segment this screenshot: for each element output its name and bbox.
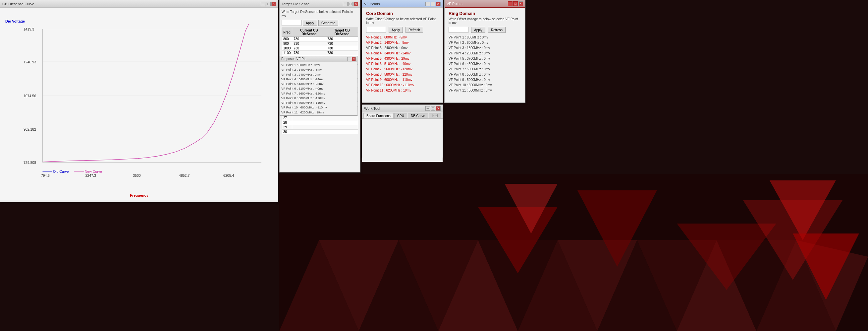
list-item: VF Point 10 : 5000MHz : 0mv: [448, 83, 521, 88]
tab-cpu[interactable]: CPU: [394, 113, 407, 118]
target-minimize-button[interactable]: ─: [343, 2, 347, 6]
main-window: CB Diesense Curve ─ □ ✕ Die Voltage 1419…: [0, 0, 278, 202]
list-item: VF Point 3 : 2400MHz : 0mv: [366, 46, 439, 51]
work-tool-titlebar[interactable]: Work Tool ─ □ ✕: [362, 105, 443, 112]
vf-core-close[interactable]: ✕: [436, 2, 441, 6]
list-item: VF Point 1 : 800MHz : -9mv: [281, 63, 356, 67]
close-button[interactable]: ✕: [271, 2, 276, 6]
list-item: VF Point 5 : 4300MHz : -28mv: [281, 82, 356, 86]
target-diesense-window: Target Die Sense ─ □ ✕ Write Target DieS…: [279, 0, 361, 172]
list-item: VF Point 6 : 5100MHz : -40mv: [281, 86, 356, 91]
list-item: VF Point 4 : 3400MHz : -24mv: [366, 51, 439, 56]
vf-core-buttons: ─ □ ✕: [425, 2, 441, 6]
table-row: 30: [282, 130, 358, 134]
vf-core-window: VF Points ─ □ ✕ Core Domain Write Offset…: [362, 0, 443, 103]
table-row: 1000730730: [282, 46, 358, 51]
list-item: VF Point 6 : 4500MHz : 0mv: [448, 61, 521, 67]
table-row: 1100730730: [282, 51, 358, 55]
vf-ring-titlebar[interactable]: VF Points ─ □ ✕: [444, 0, 525, 8]
target-maximize-button[interactable]: □: [348, 2, 353, 6]
chart-title: Die Voltage: [5, 19, 25, 23]
vf-core-desc: Write Offset Voltage to below selected V…: [364, 17, 441, 25]
table-row: 900730730: [282, 42, 358, 46]
proposed-vf-minimize[interactable]: ─: [347, 57, 351, 61]
list-item: VF Point 8 : 5800MHz : -120mv: [366, 72, 439, 77]
vf-ring-close[interactable]: ✕: [519, 1, 523, 6]
vf-core-refresh-button[interactable]: Refresh: [405, 27, 423, 33]
list-item: VF Point 4 : 2800MHz : 0mv: [448, 51, 521, 56]
target-diesense-body: Write Target DieSense to below selected …: [280, 8, 360, 170]
vf-ring-maximize[interactable]: □: [513, 1, 518, 6]
list-item: VF Point 8 : 5000MHz : 0mv: [448, 72, 521, 77]
proposed-vf-window: Proposed VF Pts ─ ✕ VF Point 1 : 800MHz …: [280, 56, 358, 116]
svg-text:1246.93: 1246.93: [24, 60, 36, 64]
list-item: VF Point 11 : 5000MHz : 0mv: [448, 88, 521, 93]
vf-ring-title: VF Points: [446, 2, 508, 6]
proposed-vf-close[interactable]: ✕: [352, 57, 356, 61]
col-current: Current CB DieSense: [292, 28, 326, 37]
tab-db-curve[interactable]: DB Curve: [408, 113, 428, 118]
target-diesense-title: Target Die Sense: [282, 2, 343, 6]
vf-ring-desc: Write Offset Voltage to below selected V…: [446, 17, 523, 25]
proposed-vf-titlebar[interactable]: Proposed VF Pts ─ ✕: [280, 56, 357, 62]
x-axis-label: Frequency: [0, 193, 278, 197]
vf-core-minimize[interactable]: ─: [425, 2, 430, 6]
tab-intel[interactable]: Intel: [429, 113, 441, 118]
svg-text:1419.3: 1419.3: [24, 27, 34, 31]
vf-core-buttons-row: Apply Refresh: [364, 26, 441, 34]
list-item: VF Point 2 : 800MHz : 0mv: [448, 40, 521, 46]
vf-core-titlebar[interactable]: VF Points ─ □ ✕: [362, 0, 443, 8]
work-tool-content: [362, 119, 443, 162]
list-item: VF Point 2 : 1400MHz : -8mv: [281, 67, 356, 72]
col-target: Target CB DieSense: [326, 28, 358, 37]
main-titlebar[interactable]: CB Diesense Curve ─ □ ✕: [0, 0, 278, 8]
list-item: VF Point 9 : 6000MHz : -110mv: [281, 101, 356, 105]
target-titlebar-buttons: ─ □ ✕: [343, 2, 358, 6]
proposed-vf-list: VF Point 1 : 800MHz : -9mv VF Point 2 : …: [280, 62, 357, 115]
list-item: VF Point 2 : 1400MHz : -8mv: [366, 40, 439, 46]
svg-text:New Curve: New Curve: [85, 169, 102, 173]
vf-core-apply-button[interactable]: Apply: [389, 27, 403, 33]
vf-ring-body: Ring Domain Write Offset Voltage to belo…: [444, 8, 525, 96]
work-tool-window: Work Tool ─ □ ✕ Board Functions CPU DB C…: [362, 105, 443, 158]
svg-text:3500: 3500: [133, 173, 141, 177]
vf-ring-domain-title: Ring Domain: [446, 10, 523, 17]
list-item: VF Point 9 : 6000MHz : -110mv: [366, 77, 439, 83]
vf-core-maximize[interactable]: □: [431, 2, 435, 6]
generate-button[interactable]: Generate: [318, 20, 338, 26]
vf-ring-input[interactable]: [448, 27, 468, 33]
maximize-button[interactable]: □: [266, 2, 271, 6]
list-item: VF Point 1 : 800MHz : 0mv: [448, 35, 521, 40]
vf-ring-apply-button[interactable]: Apply: [471, 27, 485, 33]
vf-ring-points-list: VF Point 1 : 800MHz : 0mv VF Point 2 : 8…: [446, 34, 523, 94]
list-item: VF Point 1 : 800MHz : -9mv: [366, 35, 439, 40]
list-item: VF Point 7 : 5000MHz : 0mv: [448, 67, 521, 72]
apply-button[interactable]: Apply: [303, 20, 317, 26]
svg-text:794.6: 794.6: [41, 173, 50, 177]
target-input[interactable]: [282, 20, 302, 26]
vf-core-body: Core Domain Write Offset Voltage to belo…: [362, 8, 443, 96]
target-close-button[interactable]: ✕: [353, 2, 358, 6]
vf-ring-window: VF Points ─ □ ✕ Ring Domain Write Offset…: [444, 0, 525, 103]
vf-ring-minimize[interactable]: ─: [508, 1, 513, 6]
work-tool-close[interactable]: ✕: [436, 106, 441, 111]
svg-text:902.182: 902.182: [24, 127, 36, 131]
minimize-button[interactable]: ─: [261, 2, 266, 6]
background-tiles: [279, 174, 868, 331]
work-tool-minimize[interactable]: ─: [425, 106, 430, 111]
titlebar-buttons: ─ □ ✕: [261, 2, 276, 6]
list-item: VF Point 5 : 4300MHz : 29mv: [366, 56, 439, 61]
list-item: VF Point 5 : 3700MHz : 0mv: [448, 56, 521, 61]
proposed-vf-title: Proposed VF Pts: [281, 57, 347, 61]
list-item: VF Point 11 : 6200MHz : 19mv: [366, 88, 439, 93]
tab-board-functions[interactable]: Board Functions: [364, 113, 394, 118]
vf-core-domain-title: Core Domain: [364, 10, 441, 17]
svg-text:729.808: 729.808: [24, 161, 36, 165]
vf-core-input[interactable]: [366, 27, 386, 33]
table-row: 27: [282, 116, 358, 120]
col-freq: Freq: [282, 28, 292, 37]
work-tool-maximize[interactable]: □: [431, 106, 435, 111]
target-diesense-titlebar[interactable]: Target Die Sense ─ □ ✕: [280, 0, 360, 8]
vf-ring-refresh-button[interactable]: Refresh: [488, 27, 505, 33]
work-tool-tabs: Board Functions CPU DB Curve Intel: [362, 112, 443, 119]
